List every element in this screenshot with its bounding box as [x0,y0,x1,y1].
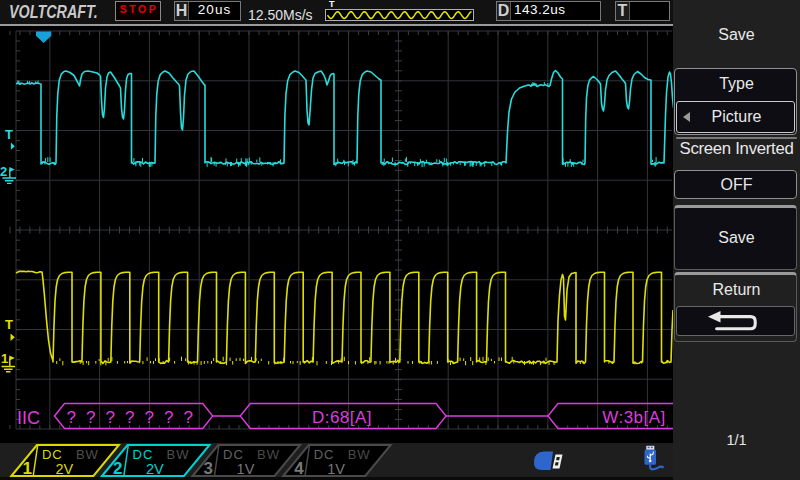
svg-text:DC: DC [223,447,244,462]
svg-text:T: T [5,317,13,332]
svg-text:?: ? [67,408,76,427]
svg-text:?: ? [125,408,134,427]
svg-text:T: T [5,127,13,142]
svg-text:DC: DC [314,447,335,462]
svg-text:?: ? [106,408,115,427]
svg-text:2: 2 [0,164,7,179]
svg-text:BW: BW [257,447,280,462]
svg-text:?: ? [164,408,173,427]
svg-text:IIC: IIC [17,408,40,428]
svg-text:1V: 1V [327,461,345,477]
svg-text:D:68[A]: D:68[A] [312,408,372,427]
svg-text:1V: 1V [237,461,255,477]
svg-text:?: ? [184,408,193,427]
svg-text:2V: 2V [55,461,73,477]
svg-text:2V: 2V [146,461,164,477]
svg-text:BW: BW [76,447,99,462]
svg-text:3: 3 [204,459,213,478]
svg-text:W:3b[A]: W:3b[A] [602,408,666,427]
svg-text:2: 2 [113,459,122,478]
svg-text:BW: BW [167,447,190,462]
svg-text:?: ? [145,408,154,427]
svg-text:BW: BW [348,447,371,462]
svg-text:DC: DC [133,447,154,462]
svg-text:?: ? [86,408,95,427]
svg-text:DC: DC [42,447,63,462]
svg-text:4: 4 [294,459,304,478]
svg-text:1: 1 [22,459,31,478]
svg-text:1: 1 [1,351,8,366]
